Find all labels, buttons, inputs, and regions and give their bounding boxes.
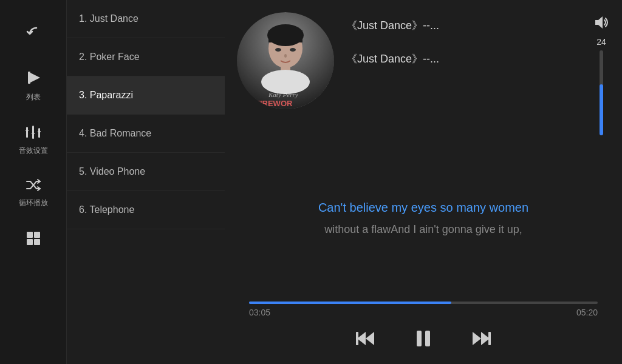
- svg-rect-5: [32, 133, 35, 134]
- windows-icon: [25, 230, 42, 250]
- next-button[interactable]: [470, 329, 492, 351]
- svg-rect-33: [488, 332, 491, 345]
- volume-icon: [593, 15, 610, 33]
- playlist-item-6[interactable]: 6. Telephone: [67, 191, 225, 229]
- shuffle-icon: [24, 178, 43, 195]
- svg-rect-29: [417, 331, 422, 346]
- volume-fill: [600, 84, 603, 135]
- playback-controls: [225, 321, 622, 364]
- svg-marker-32: [473, 332, 481, 345]
- svg-rect-2: [26, 127, 28, 138]
- back-icon: [24, 23, 43, 44]
- svg-rect-11: [34, 239, 40, 245]
- svg-point-19: [275, 48, 281, 52]
- album-art: Katy Perry FIREWOR: [237, 12, 334, 109]
- svg-text:FIREWOR: FIREWOR: [255, 99, 293, 108]
- svg-rect-3: [26, 130, 29, 131]
- player-panel: Katy Perry FIREWOR 《Just Dance》--... 《Ju…: [225, 0, 622, 364]
- playlist-icon: [24, 69, 43, 90]
- volume-track: [600, 50, 603, 135]
- time-total: 05:20: [576, 308, 598, 317]
- volume-slider[interactable]: [594, 50, 609, 135]
- svg-rect-4: [32, 126, 34, 139]
- svg-rect-6: [38, 128, 40, 138]
- svg-rect-16: [268, 30, 302, 42]
- svg-rect-28: [356, 332, 358, 345]
- sidebar-item-back[interactable]: [0, 12, 66, 58]
- playlist-panel: 1. Just Dance 2. Poker Face 3. Paparazzi…: [67, 0, 225, 364]
- player-top: Katy Perry FIREWOR 《Just Dance》--... 《Ju…: [225, 0, 622, 141]
- song-title-2: 《Just Dance》--...: [346, 52, 581, 67]
- svg-marker-0: [29, 72, 40, 83]
- svg-point-20: [290, 48, 296, 52]
- volume-control[interactable]: 24: [593, 12, 610, 135]
- song-title-1: 《Just Dance》--...: [346, 18, 581, 33]
- sidebar: 列表 音效设置 循环播放: [0, 0, 67, 364]
- svg-rect-7: [38, 131, 41, 132]
- svg-rect-30: [425, 331, 430, 346]
- playlist-item-2[interactable]: 2. Poker Face: [67, 38, 225, 76]
- svg-point-18: [261, 70, 310, 94]
- svg-rect-9: [34, 232, 40, 238]
- svg-rect-1: [28, 72, 30, 84]
- lyrics-area: Can't believe my eyes so many women with…: [225, 141, 622, 295]
- time-current: 03:05: [249, 308, 270, 317]
- playlist-item-4[interactable]: 4. Bad Romance: [67, 115, 225, 153]
- lyric-current: Can't believe my eyes so many women: [318, 201, 528, 215]
- lyric-next: without a flawAnd I ain't gonna give it …: [324, 223, 522, 236]
- svg-marker-27: [366, 332, 374, 345]
- sidebar-item-playlist[interactable]: 列表: [0, 58, 66, 113]
- svg-marker-31: [481, 332, 490, 345]
- svg-rect-8: [27, 232, 33, 238]
- sidebar-label-shuffle: 循环播放: [19, 198, 48, 208]
- svg-marker-25: [595, 16, 603, 29]
- sidebar-label-playlist: 列表: [26, 92, 41, 103]
- progress-times: 03:05 05:20: [249, 308, 598, 317]
- sidebar-item-windows[interactable]: [0, 219, 66, 263]
- playlist-item-1[interactable]: 1. Just Dance: [67, 0, 225, 38]
- svg-point-21: [284, 54, 287, 58]
- sidebar-item-shuffle[interactable]: 循环播放: [0, 167, 66, 219]
- playlist-item-5[interactable]: 5. Video Phone: [67, 153, 225, 191]
- playlist-item-3[interactable]: 3. Paparazzi: [67, 76, 225, 115]
- progress-track[interactable]: [249, 302, 598, 304]
- song-info: 《Just Dance》--... 《Just Dance》--...: [346, 12, 581, 73]
- svg-marker-26: [357, 332, 366, 345]
- progress-area: 03:05 05:20: [225, 295, 622, 321]
- equalizer-icon: [24, 124, 43, 143]
- progress-fill: [249, 302, 451, 304]
- sidebar-label-equalizer: 音效设置: [19, 146, 48, 156]
- svg-text:Katy Perry: Katy Perry: [268, 91, 298, 98]
- volume-number: 24: [596, 37, 606, 47]
- prev-button[interactable]: [355, 329, 377, 351]
- pause-button[interactable]: [413, 328, 434, 352]
- svg-rect-10: [27, 239, 33, 245]
- sidebar-item-equalizer[interactable]: 音效设置: [0, 113, 66, 167]
